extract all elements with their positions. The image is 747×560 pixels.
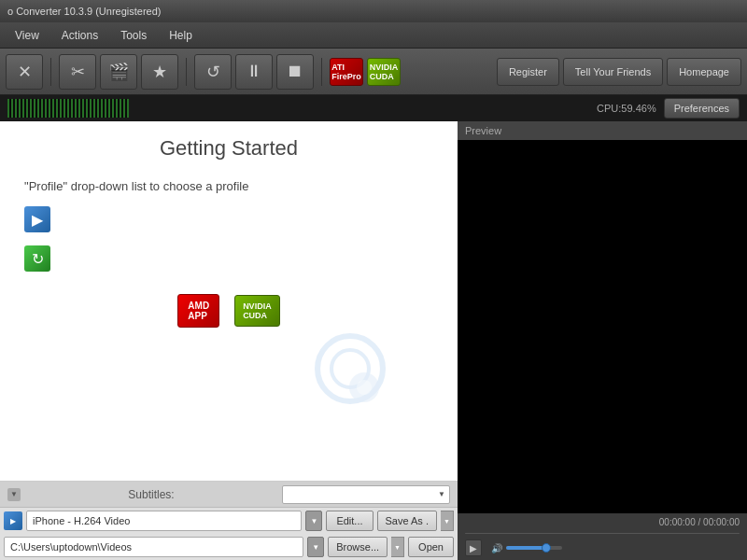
subtitles-dropdown[interactable]: ▼	[282, 485, 450, 504]
cpu-bar: CPU:59.46% Preferences	[0, 95, 747, 121]
svg-point-3	[357, 380, 372, 395]
volume-area: 🔊	[491, 543, 562, 553]
output-path-dropdown[interactable]: C:\Users\uptodown\Videos	[4, 537, 303, 557]
amd-logo: AMDAPP	[177, 294, 219, 328]
save-as-arrow[interactable]: ▼	[441, 511, 454, 531]
star-icon: ★	[152, 62, 167, 82]
film-icon: 🎬	[108, 62, 129, 82]
menu-bar: View Actions Tools Help	[0, 22, 747, 49]
menu-tools[interactable]: Tools	[109, 25, 158, 46]
right-panel: Preview 00:00:00 / 00:00:00 ▶ 🔊	[458, 121, 747, 560]
profile-dropdown-arrow[interactable]: ▼	[305, 511, 322, 531]
seekbar[interactable]	[465, 533, 740, 534]
star-button[interactable]: ★	[141, 54, 178, 90]
left-panel: Getting Started "Profile" drop-down list…	[0, 121, 458, 560]
homepage-button[interactable]: Homepage	[667, 58, 741, 86]
cpu-usage: CPU:59.46%	[597, 103, 656, 114]
edit-button[interactable]: Edit...	[326, 511, 373, 531]
preferences-button[interactable]: Preferences	[664, 98, 740, 119]
register-button[interactable]: Register	[497, 58, 559, 86]
start-convert-icon: ↻	[24, 245, 50, 272]
preview-area	[458, 140, 747, 513]
browse-label: Browse...	[336, 541, 379, 553]
nvidia-logo: NVIDIACUDA	[234, 295, 280, 327]
profile-row: ▶ iPhone - H.264 Video ▼ Edit... Save As…	[0, 508, 458, 534]
pause-button[interactable]: ⏸	[235, 54, 273, 90]
save-as-button[interactable]: Save As .	[377, 511, 437, 531]
profile-value: iPhone - H.264 Video	[33, 515, 130, 526]
logo-row: AMDAPP NVIDIACUDA	[177, 294, 279, 328]
title-bar: o Converter 10.3.9 (Unregistered)	[0, 0, 747, 22]
stop-icon: ⏹	[287, 62, 303, 81]
content-area: Getting Started "Profile" drop-down list…	[0, 121, 458, 481]
profile-dropdown[interactable]: iPhone - H.264 Video	[26, 511, 302, 531]
output-path: C:\Users\uptodown\Videos	[10, 541, 132, 553]
subtitles-arrow: ▼	[438, 490, 445, 498]
subtitles-bar: ▼ Subtitles: ▼	[0, 482, 458, 508]
right-toolbar-area: Register Tell Your Friends Homepage	[497, 58, 741, 86]
separator2	[186, 58, 187, 86]
bottom-controls: ▼ Subtitles: ▼ ▶ iPhone - H.264 Video ▼ …	[0, 481, 458, 560]
save-as-label: Save As .	[386, 515, 429, 526]
cut-button[interactable]: ✂	[59, 54, 96, 90]
wave-visual	[7, 99, 129, 118]
refresh-button[interactable]: ↺	[194, 54, 232, 90]
open-button[interactable]: Open	[408, 537, 454, 557]
output-dropdown-arrow[interactable]: ▼	[307, 537, 324, 557]
cut-icon: ✂	[71, 62, 85, 82]
app-title: o Converter 10.3.9 (Unregistered)	[7, 6, 161, 17]
refresh-icon: ↺	[206, 62, 220, 82]
volume-fill	[506, 546, 543, 550]
tell-friends-button[interactable]: Tell Your Friends	[563, 58, 663, 86]
time-display: 00:00:00 / 00:00:00	[465, 517, 740, 527]
instruction1-text: button to add a video file	[60, 213, 182, 226]
instruction-row-1: ▶ button to add a video file	[15, 206, 443, 232]
preview-label: Preview	[458, 121, 747, 140]
volume-icon: 🔊	[491, 543, 502, 553]
stop-button[interactable]: ⏹	[276, 54, 314, 90]
pause-icon: ⏸	[246, 62, 262, 81]
close-icon: ✕	[18, 62, 32, 82]
playback-controls: 00:00:00 / 00:00:00 ▶ 🔊	[458, 513, 747, 560]
menu-help[interactable]: Help	[158, 25, 204, 46]
subtitles-chevron[interactable]: ▼	[7, 488, 21, 501]
profile-instruction: "Profile" drop-down list to choose a pro…	[15, 179, 443, 193]
volume-slider[interactable]	[506, 546, 562, 550]
play-button[interactable]: ▶	[465, 539, 482, 556]
audio-wave	[7, 99, 129, 118]
browse-arrow[interactable]: ▼	[391, 537, 404, 557]
browse-button[interactable]: Browse...	[328, 537, 388, 557]
subtitles-label: Subtitles:	[128, 488, 174, 501]
profile-icon: ▶	[4, 511, 22, 530]
ati-badge: ATIFirePro	[330, 58, 363, 86]
output-row: C:\Users\uptodown\Videos ▼ Browse... ▼ O…	[0, 534, 458, 560]
menu-view[interactable]: View	[4, 25, 50, 46]
main-layout: Getting Started "Profile" drop-down list…	[0, 121, 747, 560]
instruction2-text: button to start converting	[60, 252, 183, 265]
film-button[interactable]: 🎬	[100, 54, 137, 90]
separator3	[321, 58, 322, 86]
watermark	[299, 322, 402, 425]
getting-started-title: Getting Started	[160, 136, 298, 161]
toolbar: ✕ ✂ 🎬 ★ ↺ ⏸ ⏹ ATIFirePro NVIDIACUDA Regi…	[0, 49, 747, 95]
instruction-row-2: ↻ button to start converting	[15, 245, 443, 272]
play-icon: ▶	[470, 543, 477, 553]
close-button[interactable]: ✕	[6, 54, 43, 90]
watermark-svg	[303, 327, 397, 420]
menu-actions[interactable]: Actions	[50, 25, 109, 46]
add-video-icon: ▶	[24, 206, 50, 232]
separator	[50, 58, 51, 86]
cuda-badge: NVIDIACUDA	[367, 58, 401, 86]
volume-knob[interactable]	[542, 543, 551, 553]
controls-row: ▶ 🔊	[465, 539, 740, 556]
